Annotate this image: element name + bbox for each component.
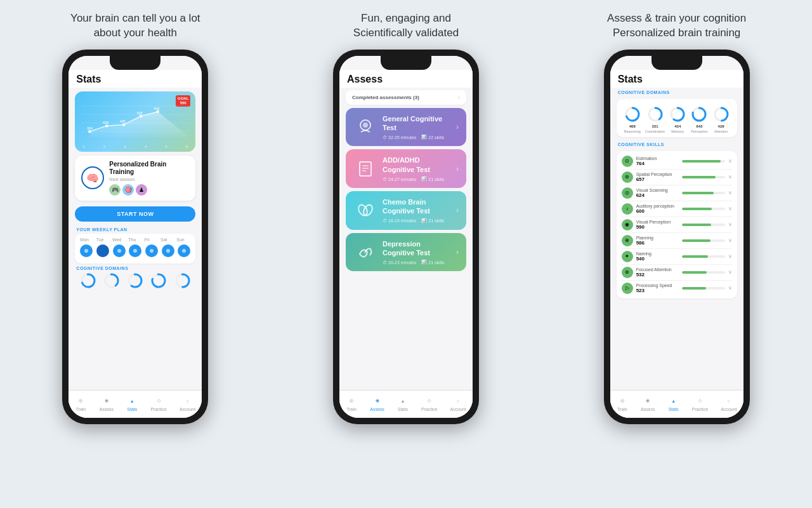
svg-point-8 bbox=[140, 115, 142, 117]
game-icon-1: 🎮 bbox=[109, 184, 121, 196]
phone-3: Stats COGNITIVE DOMAINS 468 Reasoning bbox=[604, 50, 750, 424]
day-dot-tue[interactable] bbox=[96, 244, 109, 257]
nav2-practice[interactable]: ◇ Practice bbox=[421, 395, 437, 411]
test-card-adhd[interactable]: ADD/ADHD Cognitive Test ⏱ 24-27 minutes … bbox=[346, 149, 466, 188]
day-dot-wed[interactable] bbox=[113, 244, 126, 257]
nav-practice[interactable]: ◇ Practice bbox=[150, 395, 166, 411]
test-name-depression: Depression Cognitive Test bbox=[383, 239, 451, 258]
notch-1 bbox=[110, 56, 160, 70]
domain-reasoning: 468 Reasoning bbox=[624, 105, 641, 133]
panel-3: Assess & train your cognition Personaliz… bbox=[541, 0, 812, 508]
completed-text: Completed assessments (3) bbox=[352, 95, 419, 100]
training-card: 🧠 Personalized Brain Training Next sessi… bbox=[75, 156, 195, 201]
day-dot-sat[interactable] bbox=[162, 244, 174, 257]
nav-train-label: Train bbox=[76, 407, 86, 411]
skill-processing-speed[interactable]: ▷ Processing Speed 523 ∨ bbox=[622, 281, 732, 296]
skill-icon-processing: ▷ bbox=[622, 283, 633, 294]
day-dot-sun[interactable] bbox=[178, 244, 190, 257]
skill-estimation[interactable]: ⊙ Estimation 764 ∨ bbox=[622, 154, 732, 170]
test-chevron-general: › bbox=[456, 123, 459, 131]
skill-focused-attention[interactable]: ⊛ Focused Attention 532 ∨ bbox=[622, 265, 732, 281]
nav2-stats[interactable]: ▲ Stats bbox=[397, 395, 409, 411]
stats1-title: Stats bbox=[76, 74, 194, 85]
stats1-header: Stats bbox=[69, 70, 202, 88]
chart-card: GOAL550 bbox=[75, 91, 195, 152]
bottom-nav-3: ◎ Train ◉ Assess ▲ Stats ◇ Practice bbox=[610, 390, 743, 418]
domain-perception: 643 Perception bbox=[690, 105, 708, 133]
training-info: Personalized Brain Training Next session… bbox=[109, 161, 189, 196]
brain-icon: 🧠 bbox=[81, 166, 104, 189]
svg-text:510: 510 bbox=[137, 111, 143, 115]
domain-circle-5 bbox=[174, 272, 191, 289]
test-meta-adhd: ⏱ 24-27 minutes 📊 21 skills bbox=[383, 177, 451, 182]
test-card-chemo[interactable]: Chemo Brain Cognitive Test ⏱ 16-19 minut… bbox=[346, 191, 466, 230]
nav3-practice[interactable]: ◇ Practice bbox=[692, 395, 708, 411]
test-name-chemo: Chemo Brain Cognitive Test bbox=[383, 197, 451, 216]
test-chevron-chemo: › bbox=[456, 206, 459, 215]
nav3-stats[interactable]: ▲ Stats bbox=[668, 395, 679, 411]
test-chevron-adhd: › bbox=[456, 164, 459, 173]
game-icon-2: 🎯 bbox=[122, 184, 134, 196]
domain-circle-1 bbox=[80, 272, 96, 289]
screen-stats1: Stats GOAL550 bbox=[69, 56, 202, 418]
day-dot-thu[interactable] bbox=[129, 244, 141, 257]
training-sub: Next session bbox=[109, 177, 189, 182]
nav-account-icon: ○ bbox=[182, 395, 193, 406]
test-duration-depression: ⏱ 20-23 minutes bbox=[383, 260, 416, 265]
cog-domains-title-2: COGNITIVE DOMAINS bbox=[610, 88, 743, 97]
nav3-assess[interactable]: ◉ Assess bbox=[641, 395, 655, 411]
domain-memory: 434 Memory bbox=[669, 105, 686, 133]
bottom-nav-1: ◎ Train ◉ Assess ▲ Stats ◇ Practice bbox=[69, 390, 202, 418]
skill-visual-perception[interactable]: ◉ Visual Perception 590 ∨ bbox=[622, 217, 732, 233]
phone-1: Stats GOAL550 bbox=[62, 50, 208, 424]
day-dot-mon[interactable] bbox=[80, 244, 93, 257]
test-info-chemo: Chemo Brain Cognitive Test ⏱ 16-19 minut… bbox=[377, 197, 456, 224]
nav-stats[interactable]: ▲ Stats bbox=[126, 395, 138, 411]
skill-planning[interactable]: ⊕ Planning 586 ∨ bbox=[622, 233, 732, 249]
nav-train[interactable]: ◎ Train bbox=[75, 395, 86, 411]
test-meta-chemo: ⏱ 16-19 minutes 📊 21 skills bbox=[383, 218, 451, 224]
skill-visual-scanning[interactable]: ◎ Visual Scanning 624 ∨ bbox=[622, 185, 732, 201]
cog-skills-title: COGNITIVE SKILLS bbox=[610, 140, 743, 149]
day-dots-row bbox=[80, 244, 190, 257]
nav-stats-label: Stats bbox=[127, 407, 137, 411]
skill-icon-naming: ✦ bbox=[622, 251, 633, 262]
svg-point-9 bbox=[157, 110, 159, 112]
skill-spatial[interactable]: ⊚ Spatial Perception 657 ∨ bbox=[622, 170, 732, 185]
skill-icon-visual-scan: ◎ bbox=[622, 187, 633, 199]
test-info-general: General Cognitive Test ⏱ 32-35 minutes 📊… bbox=[377, 114, 456, 140]
skill-icon-visual-perc: ◉ bbox=[622, 219, 633, 231]
skill-icon-planning: ⊕ bbox=[622, 235, 633, 246]
notch-3 bbox=[652, 56, 702, 70]
chart-x-labels: 1 2 3 4 5 6 bbox=[81, 145, 189, 149]
nav2-assess[interactable]: ◉ Assess bbox=[370, 395, 384, 411]
day-dot-fri[interactable] bbox=[145, 244, 158, 257]
domain-preview bbox=[69, 272, 202, 289]
svg-text:324: 324 bbox=[87, 126, 93, 130]
nav3-train[interactable]: ◎ Train bbox=[617, 395, 628, 411]
stats2-title: Stats bbox=[618, 74, 736, 85]
skill-icon-spatial: ⊚ bbox=[622, 171, 633, 183]
training-name: Personalized Brain Training bbox=[109, 161, 189, 176]
skill-naming[interactable]: ✦ Naming 540 ∨ bbox=[622, 249, 732, 265]
test-skills-adhd: 📊 21 skills bbox=[421, 177, 444, 182]
skill-info-estimation: Estimation 764 bbox=[636, 156, 679, 166]
skill-icon-estimation: ⊙ bbox=[622, 156, 633, 167]
completed-bar[interactable]: Completed assessments (3) › bbox=[346, 90, 466, 105]
test-card-general[interactable]: General Cognitive Test ⏱ 32-35 minutes 📊… bbox=[346, 108, 466, 147]
panel-3-title: Assess & train your cognition Personaliz… bbox=[607, 11, 746, 41]
nav-account-label: Account bbox=[180, 407, 195, 411]
nav3-account[interactable]: ○ Account bbox=[721, 395, 737, 411]
nav-assess[interactable]: ◉ Assess bbox=[100, 395, 114, 411]
stats2-header: Stats bbox=[610, 70, 743, 88]
nav-assess-icon: ◉ bbox=[101, 395, 112, 406]
nav-account[interactable]: ○ Account bbox=[180, 395, 195, 411]
start-button[interactable]: START NOW bbox=[75, 206, 195, 222]
nav2-train[interactable]: ◎ Train bbox=[346, 395, 357, 411]
skill-auditory[interactable]: ♪ Auditory perception 600 ∨ bbox=[622, 201, 732, 217]
nav-stats-icon: ▲ bbox=[126, 395, 138, 406]
svg-point-7 bbox=[122, 123, 125, 126]
game-icon-3: ♟ bbox=[136, 184, 147, 196]
test-card-depression[interactable]: Depression Cognitive Test ⏱ 20-23 minute… bbox=[346, 233, 466, 272]
nav2-account[interactable]: ○ Account bbox=[450, 395, 466, 411]
